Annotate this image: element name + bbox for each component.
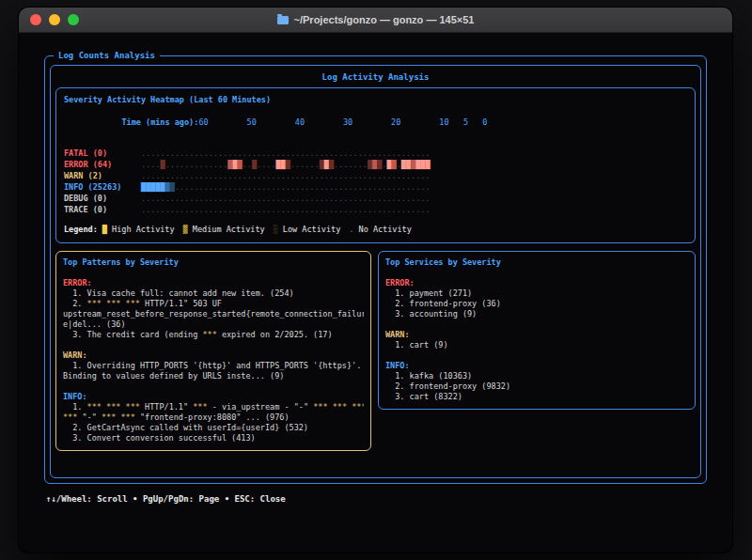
time-axis-label: Time (mins ago): (121, 117, 198, 128)
pattern-line: e|del... (36) (63, 319, 364, 330)
log-activity-panel: Log Activity Analysis Severity Activity … (50, 65, 701, 478)
heatmap-row: INFO (25263)███████.....................… (64, 181, 687, 193)
service-line: 1. payment (271) (385, 288, 688, 299)
time-axis-ticks: 60 50 40 30 20 10 5 0 (198, 117, 487, 127)
pattern-group: WARN: 1. Overriding HTTP_PORTS '{http}' … (63, 350, 364, 381)
window-title: ~/Projects/gonzo — gonzo — 145×51 (277, 14, 475, 25)
legend-item: ▓ Medium Activity (183, 225, 265, 234)
traffic-light-zoom-button[interactable] (68, 14, 79, 25)
heatmap-row: DEBUG (0)...............................… (64, 193, 687, 204)
heatmap-row: TRACE (0)...............................… (64, 204, 687, 215)
legend-item: █ High Activity (102, 225, 175, 234)
heatmap-row-label: DEBUG (0) (64, 193, 141, 204)
services-panel-title: Top Services by Severity (385, 257, 688, 268)
terminal-window: ~/Projects/gonzo — gonzo — 145×51 Log Co… (19, 8, 732, 552)
legend-item-text: No Activity (353, 225, 411, 234)
log-counts-modal: Log Counts Analysis Log Activity Analysi… (44, 55, 707, 484)
heatmap-cells: ........................................… (141, 194, 431, 203)
pattern-line: 3. Convert conversion successful (413) (63, 433, 364, 443)
terminal-content[interactable]: Log Counts Analysis Log Activity Analysi… (19, 34, 732, 552)
panel-title: Log Activity Analysis (55, 70, 697, 85)
legend-item: . No Activity (349, 225, 412, 234)
services-panel: Top Services by Severity ERROR: 1. payme… (378, 251, 696, 410)
heatmap-row-label: TRACE (0) (64, 204, 141, 215)
legend-item: ░ Low Activity (274, 225, 341, 234)
service-group: INFO: 1. kafka (10363) 2. frontend-proxy… (385, 361, 688, 402)
service-line: 3. cart (8322) (385, 392, 688, 402)
bottom-columns: Top Patterns by Severity ERROR: 1. Visa … (55, 251, 697, 451)
service-line: 2. frontend-proxy (36) (385, 299, 688, 309)
heatmap-title: Severity Activity Heatmap (Last 60 Minut… (64, 94, 687, 105)
pattern-line: upstream_reset_before_response_started{r… (63, 309, 364, 319)
legend-item-text: High Activity (107, 225, 175, 234)
heatmap-cells: ........................................… (141, 205, 431, 214)
pattern-group: ERROR: 1. Visa cache full: cannot add ne… (63, 278, 364, 340)
severity-header: INFO: (63, 392, 364, 402)
service-line: 1. cart (9) (385, 340, 688, 350)
heatmap-time-axis: Time (mins ago):60 50 40 30 20 10 5 0 (64, 105, 687, 139)
severity-header: INFO: (385, 361, 688, 371)
pattern-line: 3. The credit card (ending *** expired o… (63, 330, 364, 340)
heatmap-rows: FATAL (0)...............................… (64, 148, 687, 215)
heatmap-row-label: ERROR (64) (64, 159, 141, 170)
heatmap-row: WARN (2)................................… (64, 170, 687, 181)
legend-item-text: Low Activity (278, 225, 341, 234)
service-group: ERROR: 1. payment (271) 2. frontend-prox… (385, 278, 688, 319)
traffic-lights (30, 8, 79, 32)
heatmap-cells: ....█.............███..█....███......███… (141, 160, 431, 169)
service-line: 1. kafka (10363) (385, 371, 688, 381)
service-group: WARN: 1. cart (9) (385, 330, 688, 350)
pattern-line: 1. Visa cache full: cannot add new item.… (63, 288, 364, 299)
pattern-line: *** "-" *** *** "frontend-proxy:8080" ..… (63, 412, 364, 423)
legend-label: Legend: (64, 225, 98, 234)
modal-title: Log Counts Analysis (54, 50, 160, 62)
legend-item-text: Medium Activity (188, 225, 265, 234)
heatmap-cells: ........................................… (141, 171, 431, 180)
folder-icon (277, 16, 289, 24)
titlebar[interactable]: ~/Projects/gonzo — gonzo — 145×51 (19, 8, 732, 33)
heatmap-cells: ........................................… (141, 148, 431, 158)
service-line: 3. accounting (9) (385, 309, 688, 319)
heatmap-cells: ███████.................................… (141, 182, 431, 192)
pattern-line: 1. Overriding HTTP_PORTS '{http}' and HT… (63, 361, 364, 371)
service-line: 2. frontend-proxy (9832) (385, 381, 688, 392)
severity-header: ERROR: (63, 278, 364, 288)
heatmap-row-label: FATAL (0) (64, 148, 141, 159)
heatmap-row: ERROR (64)....█.............███..█....██… (64, 159, 687, 170)
heatmap-row-label: INFO (25263) (64, 181, 141, 193)
heatmap-row-label: WARN (2) (64, 170, 141, 181)
heatmap-box: Severity Activity Heatmap (Last 60 Minut… (55, 87, 696, 243)
heatmap-legend: Legend:█ High Activity▓ Medium Activity░… (64, 224, 687, 235)
heatmap-row: FATAL (0)...............................… (64, 148, 687, 159)
pattern-line: 1. *** *** *** HTTP/1.1" *** - via_upstr… (63, 402, 364, 412)
traffic-light-minimize-button[interactable] (49, 14, 60, 25)
status-bar: ↑↓/Wheel: Scroll • PgUp/PgDn: Page • ESC… (44, 494, 707, 504)
severity-header: ERROR: (385, 278, 688, 288)
patterns-panel: Top Patterns by Severity ERROR: 1. Visa … (55, 251, 371, 451)
pattern-line: Binding to values defined by URLS inste.… (63, 371, 364, 381)
pattern-line: 2. *** *** *** HTTP/1.1" 503 UF (63, 299, 364, 309)
pattern-group: INFO: 1. *** *** *** HTTP/1.1" *** - via… (63, 392, 364, 443)
severity-header: WARN: (385, 330, 688, 340)
window-title-text: ~/Projects/gonzo — gonzo — 145×51 (294, 14, 475, 25)
patterns-groups: ERROR: 1. Visa cache full: cannot add ne… (63, 278, 364, 443)
severity-header: WARN: (63, 350, 364, 361)
services-groups: ERROR: 1. payment (271) 2. frontend-prox… (385, 278, 688, 402)
pattern-line: 2. GetCartAsync called with userId={user… (63, 423, 364, 433)
traffic-light-close-button[interactable] (30, 14, 41, 25)
patterns-panel-title: Top Patterns by Severity (63, 257, 364, 268)
